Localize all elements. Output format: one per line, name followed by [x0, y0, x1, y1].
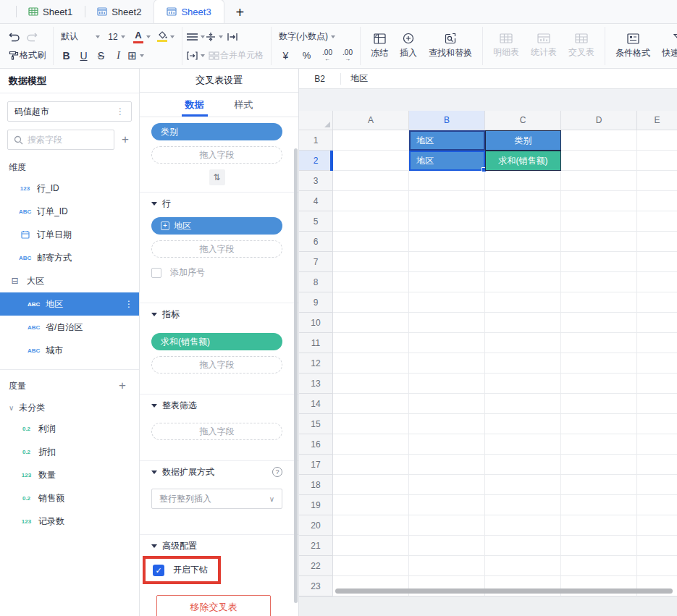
- sidebar-field-订单_ID[interactable]: ABC订单_ID: [0, 200, 139, 223]
- row-header-18[interactable]: 18: [299, 475, 333, 495]
- sidebar-field-数量[interactable]: 123数量: [0, 463, 139, 486]
- row-header-4[interactable]: 4: [299, 191, 333, 211]
- row-header-19[interactable]: 19: [299, 495, 333, 515]
- horizontal-align-button[interactable]: [187, 28, 205, 45]
- detail-table-button[interactable]: 明细表: [487, 33, 525, 59]
- cell-A20[interactable]: [333, 515, 409, 536]
- add-sheet-button[interactable]: +: [236, 5, 245, 20]
- cell-B5[interactable]: [409, 211, 485, 232]
- row-header-11[interactable]: 11: [299, 333, 333, 353]
- cell-E16[interactable]: [637, 434, 677, 455]
- tab-style[interactable]: 样式: [233, 93, 255, 117]
- italic-button[interactable]: I: [110, 47, 127, 64]
- cell-E10[interactable]: [637, 313, 677, 333]
- cell-B4[interactable]: [409, 191, 485, 211]
- advanced-section-header[interactable]: 高级配置: [151, 540, 282, 552]
- conditional-format-button[interactable]: 条件格式: [610, 33, 656, 59]
- row-header-8[interactable]: 8: [299, 272, 333, 292]
- help-icon[interactable]: ?: [272, 467, 282, 477]
- add-serial-row[interactable]: 添加序号: [151, 266, 282, 279]
- cell-A3[interactable]: [333, 171, 409, 191]
- cell-D20[interactable]: [561, 515, 637, 536]
- wrap-text-button[interactable]: [224, 28, 240, 45]
- format-painter-button[interactable]: 格式刷: [6, 47, 49, 64]
- expand-mode-select[interactable]: 整行整列插入 ∨: [151, 489, 282, 509]
- cell-A8[interactable]: [333, 272, 409, 292]
- kebab-menu-icon[interactable]: ⋮: [116, 106, 125, 117]
- cell-A17[interactable]: [333, 455, 409, 475]
- cell-C5[interactable]: [485, 211, 561, 232]
- measures-group-row[interactable]: ∨ 未分类: [0, 395, 139, 417]
- row-header-9[interactable]: 9: [299, 292, 333, 313]
- column-drop-area[interactable]: 拖入字段: [151, 146, 282, 164]
- cell-C18[interactable]: [485, 475, 561, 495]
- cell-A4[interactable]: [333, 191, 409, 211]
- cell-A19[interactable]: [333, 495, 409, 515]
- row-header-10[interactable]: 10: [299, 313, 333, 333]
- checkbox-unchecked[interactable]: [151, 268, 161, 278]
- cell-B7[interactable]: [409, 252, 485, 272]
- cell-B6[interactable]: [409, 232, 485, 252]
- cell-B10[interactable]: [409, 313, 485, 333]
- expand-icon[interactable]: +: [161, 221, 169, 230]
- row-drop-area[interactable]: 拖入字段: [151, 240, 282, 258]
- cell-E13[interactable]: [637, 374, 677, 394]
- cell-B12[interactable]: [409, 353, 485, 374]
- row-section-header[interactable]: 行: [151, 198, 282, 209]
- underline-button[interactable]: U: [75, 47, 92, 64]
- cell-C11[interactable]: [485, 333, 561, 353]
- cell-A16[interactable]: [333, 434, 409, 455]
- cell-E4[interactable]: [637, 191, 677, 211]
- cell-A2[interactable]: [333, 151, 409, 171]
- row-header-17[interactable]: 17: [299, 455, 333, 475]
- tab-Sheet3[interactable]: Sheet3: [154, 0, 224, 23]
- cell-C10[interactable]: [485, 313, 561, 333]
- cell-D15[interactable]: [561, 414, 637, 434]
- cell-C4[interactable]: [485, 191, 561, 211]
- cell-D13[interactable]: [561, 374, 637, 394]
- remove-crosstab-button[interactable]: 移除交叉表: [156, 595, 271, 616]
- expand-section-header[interactable]: 数据扩展方式 ?: [151, 466, 282, 478]
- row-header-20[interactable]: 20: [299, 515, 333, 536]
- decrease-decimal-button[interactable]: .00←: [319, 49, 335, 62]
- strikethrough-button[interactable]: S: [93, 47, 109, 64]
- cell-reference[interactable]: B2: [299, 74, 340, 84]
- filter-section-header[interactable]: 整表筛选: [151, 400, 282, 411]
- cell-A9[interactable]: [333, 292, 409, 313]
- cell-D5[interactable]: [561, 211, 637, 232]
- cell-C6[interactable]: [485, 232, 561, 252]
- add-measure-button[interactable]: +: [114, 379, 130, 393]
- cell-D17[interactable]: [561, 455, 637, 475]
- cell-E12[interactable]: [637, 353, 677, 374]
- cell-D22[interactable]: [561, 556, 637, 576]
- row-header-3[interactable]: 3: [299, 171, 333, 191]
- cell-E11[interactable]: [637, 333, 677, 353]
- cross-table-button[interactable]: 交叉表: [563, 33, 600, 59]
- metric-drop-area[interactable]: 拖入字段: [151, 356, 282, 374]
- cell-B15[interactable]: [409, 414, 485, 434]
- row-header-16[interactable]: 16: [299, 434, 333, 455]
- cell-E22[interactable]: [637, 556, 677, 576]
- checkbox-checked[interactable]: ✓: [153, 565, 164, 576]
- metric-section-header[interactable]: 指标: [151, 308, 282, 320]
- tab-Sheet2[interactable]: Sheet2: [85, 0, 154, 23]
- cell-E1[interactable]: [637, 130, 677, 151]
- column-header-D[interactable]: D: [561, 111, 637, 130]
- cell-E8[interactable]: [637, 272, 677, 292]
- cell-B11[interactable]: [409, 333, 485, 353]
- borders-button[interactable]: ⊞: [127, 47, 144, 64]
- row-header-12[interactable]: 12: [299, 353, 333, 374]
- cell-B21[interactable]: [409, 536, 485, 556]
- sidebar-field-利润[interactable]: 0.2利润: [0, 417, 139, 440]
- row-field-pill[interactable]: + 地区: [151, 217, 282, 235]
- select-all-corner[interactable]: [299, 111, 333, 130]
- cell-D16[interactable]: [561, 434, 637, 455]
- cell-E15[interactable]: [637, 414, 677, 434]
- currency-format-button[interactable]: ¥: [277, 47, 294, 64]
- cell-D7[interactable]: [561, 252, 637, 272]
- cell-D1[interactable]: [561, 130, 637, 151]
- cell-D14[interactable]: [561, 394, 637, 414]
- cell-D3[interactable]: [561, 171, 637, 191]
- cell-E7[interactable]: [637, 252, 677, 272]
- cell-D10[interactable]: [561, 313, 637, 333]
